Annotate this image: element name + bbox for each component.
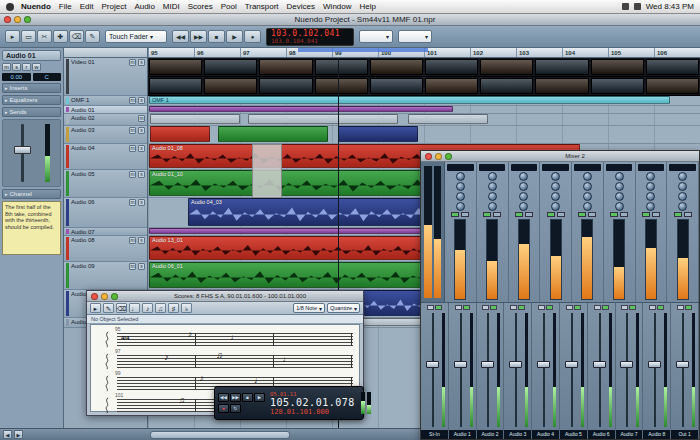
solo-button[interactable]	[629, 305, 636, 310]
solo-button[interactable]	[518, 305, 525, 310]
mixer-channel-strip[interactable]	[572, 162, 604, 302]
solo-button[interactable]: s	[138, 97, 145, 104]
routing-display[interactable]	[542, 164, 568, 171]
video-frame[interactable]	[646, 59, 699, 75]
video-frame[interactable]	[370, 59, 423, 75]
routing-display[interactable]	[447, 164, 473, 171]
solo-button[interactable]: s	[12, 63, 21, 71]
transport-button[interactable]: ▶▶	[190, 30, 207, 43]
transport-button[interactable]: ■	[208, 30, 225, 43]
zoom-button[interactable]	[445, 153, 452, 160]
channel-fader[interactable]	[565, 361, 578, 368]
track-row-selected[interactable]: Audio 01	[64, 106, 147, 114]
mute-button[interactable]: m	[129, 97, 136, 104]
tool-button[interactable]: ✎	[85, 30, 100, 43]
track-row[interactable]: Audio 05ms	[64, 170, 147, 198]
eq-knob[interactable]	[519, 172, 528, 181]
mixer-channel-strip[interactable]	[477, 162, 509, 302]
eq-knob[interactable]	[488, 172, 497, 181]
video-frame[interactable]	[149, 59, 202, 75]
mute-button[interactable]: m	[2, 63, 11, 71]
solo-button[interactable]: s	[138, 59, 145, 66]
mute-button[interactable]	[510, 305, 517, 310]
video-frame[interactable]	[591, 78, 644, 94]
mute-button[interactable]	[649, 305, 656, 310]
selection-range[interactable]	[252, 144, 282, 198]
mixer-channel-strip[interactable]	[509, 162, 541, 302]
mixer-channel-strip[interactable]	[540, 162, 572, 302]
monitor-button[interactable]	[578, 212, 586, 217]
video-frame[interactable]	[591, 59, 644, 75]
edit-button[interactable]	[588, 212, 596, 217]
mute-button[interactable]: m	[129, 263, 136, 270]
volume-value[interactable]: 0.00	[2, 73, 31, 81]
audio-clip[interactable]	[338, 126, 418, 142]
video-frame[interactable]	[535, 59, 588, 75]
rewind-button[interactable]: ◀◀	[218, 393, 229, 402]
mixer-fader-strip[interactable]: Audio 1	[449, 303, 477, 439]
audio-clip[interactable]	[248, 114, 398, 124]
mixer-fader-strip[interactable]: Audio 5	[560, 303, 588, 439]
track-row[interactable]: Audio 06ms	[64, 198, 147, 228]
note[interactable]: ♫	[216, 351, 223, 360]
horizontal-scrollbar[interactable]	[150, 431, 290, 439]
transport-time-primary[interactable]: 105.02.01.078	[270, 397, 355, 408]
score-tool-icon[interactable]: ♩	[129, 303, 140, 313]
note-value-select[interactable]: 1/8 Note▾	[293, 303, 325, 313]
score-tool-icon[interactable]: ▸	[90, 303, 101, 313]
solo-button[interactable]	[574, 305, 581, 310]
note[interactable]: ♩	[230, 333, 239, 342]
send-knob[interactable]	[583, 202, 592, 211]
mute-button[interactable]	[482, 305, 489, 310]
eq-knob[interactable]	[488, 182, 497, 191]
video-frame[interactable]	[315, 59, 368, 75]
solo-button[interactable]: s	[138, 199, 145, 206]
eq-knob[interactable]	[583, 182, 592, 191]
audio-clip[interactable]: OMF 1	[149, 96, 670, 104]
video-frame[interactable]	[480, 78, 533, 94]
track-row[interactable]: Audio 04ms	[64, 144, 147, 170]
transport-time-secondary[interactable]: 128.01.101.000	[270, 408, 329, 416]
video-frame[interactable]	[259, 78, 312, 94]
video-frame[interactable]	[535, 78, 588, 94]
menu-item[interactable]: Transport	[245, 2, 279, 11]
channel-fader[interactable]	[648, 361, 661, 368]
audio-clip[interactable]	[218, 126, 328, 142]
mute-button[interactable]: m	[129, 59, 136, 66]
zoom-button[interactable]	[24, 16, 31, 23]
audio-clip[interactable]	[149, 106, 453, 112]
automation-mode-select[interactable]: Touch Fader▾	[105, 30, 167, 43]
inspector-section-sends[interactable]: ▸Sends	[2, 107, 61, 117]
edit-button[interactable]	[461, 212, 469, 217]
mute-button[interactable]: m	[129, 199, 136, 206]
mute-button[interactable]: m	[129, 171, 136, 178]
video-frame[interactable]	[425, 78, 478, 94]
routing-display[interactable]	[574, 164, 600, 171]
inspector-section-equalizers[interactable]: ▸Equalizers	[2, 95, 61, 105]
menu-item[interactable]: Edit	[80, 2, 94, 11]
quantize-select[interactable]: Quantize▾	[327, 303, 360, 313]
volume-menu-icon[interactable]	[622, 3, 629, 10]
solo-button[interactable]	[435, 305, 442, 310]
eq-knob[interactable]	[646, 182, 655, 191]
channel-fader[interactable]	[593, 361, 606, 368]
solo-button[interactable]	[490, 305, 497, 310]
minimize-button[interactable]	[435, 153, 442, 160]
read-automation-button[interactable]: r	[22, 63, 31, 71]
score-titlebar[interactable]: Scores: 8 FHS S A, 90.01.01.600 - 100.01…	[87, 291, 363, 302]
displays-menu-icon[interactable]	[634, 3, 641, 10]
routing-display[interactable]	[638, 164, 664, 171]
video-frame[interactable]	[204, 59, 257, 75]
minimize-button[interactable]	[101, 293, 108, 300]
channel-fader[interactable]	[426, 361, 439, 368]
eq-knob[interactable]	[646, 172, 655, 181]
project-window-titlebar[interactable]: Nuendo Project - Sm44v11 MMF 01.npr	[0, 14, 700, 26]
video-frame[interactable]	[480, 59, 533, 75]
solo-button[interactable]: s	[138, 145, 145, 152]
mute-button[interactable]	[566, 305, 573, 310]
video-frame[interactable]	[646, 78, 699, 94]
monitor-button[interactable]	[483, 212, 491, 217]
solo-button[interactable]: s	[138, 171, 145, 178]
menu-item[interactable]: File	[59, 2, 72, 11]
send-knob[interactable]	[456, 202, 465, 211]
